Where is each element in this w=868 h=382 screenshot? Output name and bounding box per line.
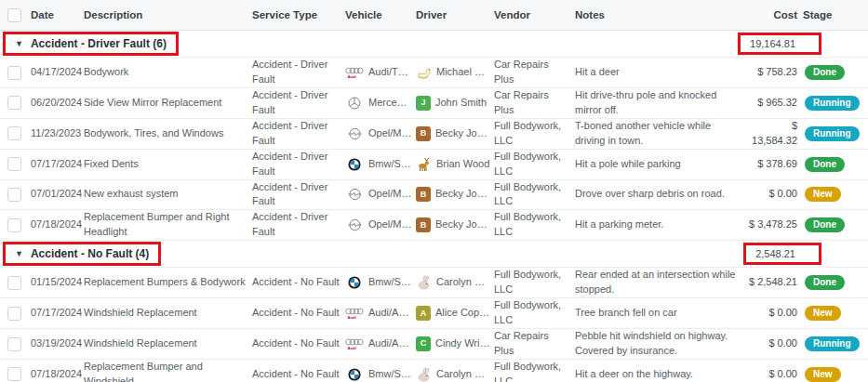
table-body: ▼ Accident - Driver Fault (6) 19,164.81 … [0,31,868,382]
column-header-stage[interactable]: Stage [803,9,868,20]
row-checkbox[interactable] [7,157,21,171]
driver-name: Becky Jones [435,187,490,202]
row-vehicle[interactable]: Mercedes... [345,96,416,111]
row-driver[interactable]: J John Smith [416,96,494,111]
driver-name: Carolyn Smith [436,367,490,382]
collapse-caret-icon[interactable]: ▼ [15,39,23,48]
row-service-type: Accident - Driver Fault [252,150,345,179]
row-cost: $ 758.23 [744,65,803,80]
column-header-notes[interactable]: Notes [575,9,744,20]
row-vehicle[interactable]: Bmw/Seri... [345,157,416,172]
stage-badge: New [805,367,841,382]
group-header-row[interactable]: ▼ Accident - Driver Fault (6) 19,164.81 [0,31,868,58]
row-vehicle[interactable]: Opel/Mer... [345,217,416,232]
row-date: 01/15/2024 [31,275,84,290]
group-total-cost: 2,548.21 [755,248,795,259]
group-header-row[interactable]: ▼ Accident - No Fault (4) 2,548.21 [0,241,868,268]
row-vehicle[interactable]: Audi Audi/A5/... [345,336,416,351]
row-date: 06/20/2024 [31,96,84,111]
rabbit-emoji [416,275,432,290]
row-vehicle[interactable]: Opel/Mer... [345,187,416,202]
driver-avatar: A [416,306,431,321]
stage-badge: Done [805,65,845,80]
row-driver[interactable]: Carolyn Smith [416,367,494,382]
row-checkbox[interactable] [7,96,21,110]
row-vehicle[interactable]: Audi Audi/A5/... [345,306,416,321]
row-checkbox[interactable] [7,66,21,80]
driver-name: Brian Wood [436,157,489,172]
collapse-caret-icon[interactable]: ▼ [15,249,23,258]
row-checkbox[interactable] [7,126,21,140]
row-service-type: Accident - Driver Fault [252,210,345,240]
vehicle-label: Bmw/Seri... [368,275,412,290]
column-header-vehicle[interactable]: Vehicle [345,9,416,20]
driver-name: Cindy Wright [435,336,490,351]
column-header-description[interactable]: Description [84,9,252,20]
row-vehicle[interactable]: Bmw/Seri... [345,367,416,382]
vehicle-label: Mercedes... [368,96,412,111]
row-checkbox[interactable] [7,188,21,202]
row-driver[interactable]: B Becky Jones [416,126,494,141]
driver-avatar: B [416,217,431,232]
row-cost: $ 3,478.25 [744,217,803,232]
vehicle-logo-icon: Audi [345,307,364,321]
row-vendor: Car Repairs Plus [494,88,575,118]
row-notes: Hit a deer [575,65,744,80]
group-total-cost: 19,164.81 [750,38,795,49]
svg-text:Audi: Audi [348,346,356,350]
row-cost: $ 378.69 [744,157,803,172]
vehicle-logo-icon [345,367,364,381]
select-all-checkbox[interactable] [7,8,21,22]
row-driver[interactable]: A Alice Copper [416,306,494,321]
row-description: Replacement Bumper and Right Headlight [84,210,252,240]
row-vehicle[interactable]: Audi Audi/TT/2... [345,65,416,80]
row-vehicle[interactable]: Opel/Mer... [345,126,416,141]
stage-badge: New [805,187,841,202]
column-header-driver[interactable]: Driver [416,9,494,20]
table-row: 07/17/2024 Fixed Dents Accident - Driver… [0,150,868,180]
row-date: 04/17/2024 [31,65,84,80]
row-driver[interactable]: Brian Wood [416,157,494,172]
column-header-service-type[interactable]: Service Type [252,9,345,20]
table-row: 07/18/2024 Replacement Bumper and Right … [0,210,868,241]
row-notes: Hit a pole while parking [575,157,744,172]
vehicle-label: Opel/Mer... [368,187,412,202]
row-notes: Pebble hit windshield on highway. Covere… [575,329,744,359]
row-driver[interactable]: B Becky Jones [416,217,494,232]
table-row: 07/18/2024 Replacement Bumper and Windsh… [0,360,868,382]
row-description: Windshield Replacement [84,306,252,321]
row-vendor: Car Repairs Plus [494,58,575,87]
svg-text:Audi: Audi [348,74,356,79]
row-checkbox[interactable] [7,337,21,351]
row-description: Side View Mirror Replacement [84,96,252,111]
row-vendor: Full Bodywork, LLC [494,360,575,382]
stage-badge: Done [805,157,845,172]
column-header-date[interactable]: Date [31,9,84,20]
swan-emoji [416,65,432,80]
row-checkbox[interactable] [7,367,21,381]
row-notes: Tree branch fell on car [575,306,744,321]
row-driver[interactable]: C Cindy Wright [416,336,494,351]
row-driver[interactable]: Michael Bro... [416,65,494,80]
vehicle-logo-icon [345,188,364,202]
row-driver[interactable]: B Becky Jones [416,187,494,202]
driver-name: Carolyn Smith [436,275,490,290]
annotation-red-box: 2,548.21 [743,243,821,265]
column-header-cost[interactable]: Cost [744,9,803,20]
row-description: Replacement Bumper and Windshield [84,360,252,382]
row-notes: Drove over sharp debris on road. [575,187,744,202]
row-checkbox[interactable] [7,276,21,290]
column-header-vendor[interactable]: Vendor [494,9,575,20]
row-driver[interactable]: Carolyn Smith [416,275,494,290]
row-service-type: Accident - Driver Fault [252,180,345,210]
row-description: Bodywork, Tires, and Windows [84,126,252,141]
driver-name: John Smith [435,96,487,111]
row-checkbox[interactable] [7,218,21,232]
row-vendor: Full Bodywork, LLC [494,180,575,210]
row-date: 07/18/2024 [31,367,84,382]
row-checkbox[interactable] [7,307,21,321]
table-row: 07/17/2024 Windshield Replacement Accide… [0,298,868,329]
row-description: Replacement Bumpers & Bodywork [84,275,252,290]
row-description: New exhaust system [84,187,252,202]
row-vehicle[interactable]: Bmw/Seri... [345,275,416,290]
